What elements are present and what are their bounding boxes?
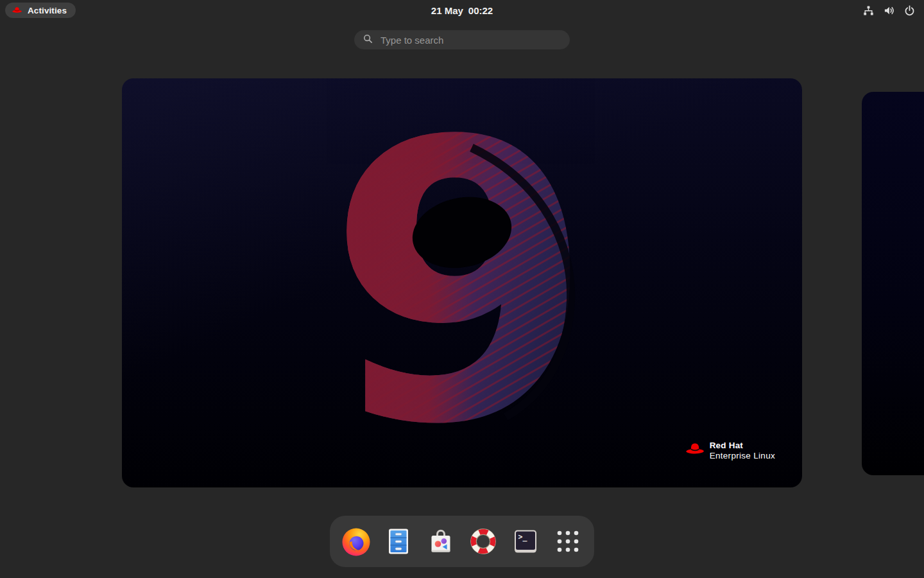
dock-help-button[interactable] [468, 526, 499, 557]
dock-software-button[interactable] [425, 526, 456, 557]
activities-button[interactable]: Activities [5, 3, 76, 18]
wallpaper-numeral-tint: 9 [327, 78, 594, 487]
dash-dock: >_ [330, 516, 594, 567]
wallpaper-numeral-graphic: 9 9 9 [122, 78, 802, 487]
firefox-icon [341, 526, 372, 557]
dock-files-button[interactable] [383, 526, 414, 557]
files-icon [383, 526, 414, 557]
red-hat-enterprise-linux-logo: Red Hat Enterprise Linux [685, 441, 775, 460]
dock-terminal-button[interactable]: >_ [510, 526, 541, 557]
dock-firefox-button[interactable] [341, 526, 372, 557]
workspace-preview-current[interactable]: 9 9 9 Red Hat Enterprise Linux [122, 78, 802, 487]
dock-app-grid-button[interactable] [552, 526, 583, 557]
clock-button[interactable]: 21 May 00:22 [431, 0, 493, 21]
app-grid-icon [552, 526, 583, 557]
top-bar: Activities 21 May 00:22 [0, 0, 924, 21]
activities-label: Activities [28, 6, 67, 15]
clock-time: 00:22 [468, 5, 493, 16]
gnome-overview-desktop: Activities 21 May 00:22 [0, 0, 924, 578]
search-icon [363, 34, 373, 46]
software-icon [425, 526, 456, 557]
clock-date: 21 May [431, 5, 463, 16]
network-wired-icon [863, 5, 874, 16]
red-hat-fedora-icon [685, 442, 705, 458]
terminal-icon: >_ [510, 526, 541, 557]
volume-icon [884, 5, 894, 16]
power-icon [904, 5, 915, 16]
red-hat-fedora-icon [12, 4, 22, 16]
svg-text:>_: >_ [518, 532, 527, 542]
help-lifebuoy-icon [468, 526, 499, 557]
search-bar[interactable] [354, 30, 570, 49]
brand-product: Enterprise Linux [710, 451, 775, 460]
workspace-preview-next[interactable] [862, 92, 924, 475]
brand-name: Red Hat [710, 441, 775, 451]
search-input[interactable] [379, 34, 561, 46]
system-menu-button[interactable] [863, 0, 915, 21]
rhel9-wallpaper-edge [862, 92, 924, 475]
rhel9-wallpaper: 9 9 9 Red Hat Enterprise Linux [122, 78, 802, 487]
